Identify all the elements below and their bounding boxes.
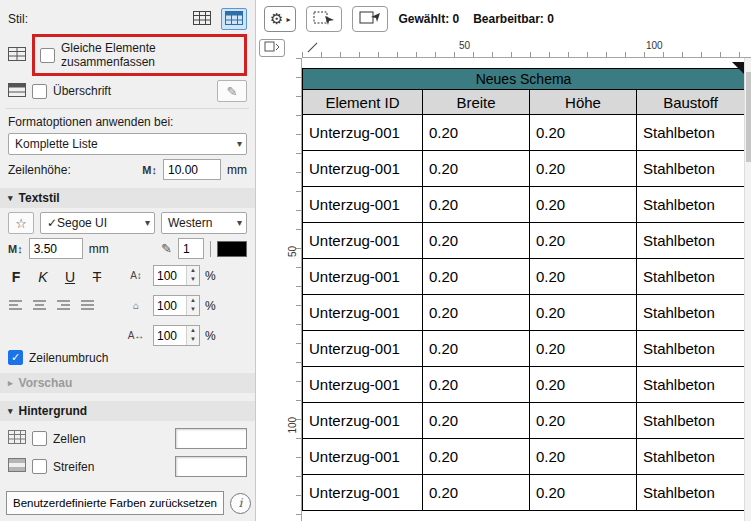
table-row[interactable]: Unterzug-0010.200.20Stahlbeton xyxy=(303,259,745,295)
table-row[interactable]: Unterzug-0010.200.20Stahlbeton xyxy=(303,295,745,331)
table-row[interactable]: Unterzug-0010.200.20Stahlbeton xyxy=(303,403,745,439)
table-cell[interactable]: 0.20 xyxy=(530,475,637,511)
column-header[interactable]: Höhe xyxy=(530,90,637,115)
table-cell[interactable]: Stahlbeton xyxy=(637,187,745,223)
spin-down-icon[interactable]: ▼ xyxy=(187,305,199,314)
underline-button[interactable]: U xyxy=(62,269,78,285)
table-cell[interactable]: Stahlbeton xyxy=(637,475,745,511)
spin-up-icon[interactable]: ▲ xyxy=(187,296,199,305)
section-background[interactable]: ▾ Hintergrund xyxy=(0,401,255,421)
font-script-select[interactable]: Western ▾ xyxy=(161,212,247,234)
table-cell[interactable]: 0.20 xyxy=(530,115,637,151)
cells-color-well[interactable] xyxy=(175,428,247,449)
vertical-ruler[interactable]: 50 100 xyxy=(286,58,302,521)
table-cell[interactable]: Stahlbeton xyxy=(637,331,745,367)
column-header[interactable]: Element ID xyxy=(303,90,423,115)
section-preview[interactable]: ▸ Vorschau xyxy=(0,373,255,393)
table-resize-handle[interactable] xyxy=(732,62,744,74)
table-cell[interactable]: 0.20 xyxy=(530,367,637,403)
strikethrough-button[interactable]: T xyxy=(89,269,105,285)
table-style-plain-button[interactable] xyxy=(189,8,215,30)
schema-table[interactable]: Neues Schema Element ID Breite Höhe Baus… xyxy=(302,68,745,511)
italic-button[interactable]: K xyxy=(35,269,51,285)
char-spacing-input[interactable] xyxy=(154,326,186,345)
table-cell[interactable]: Stahlbeton xyxy=(637,367,745,403)
table-row[interactable]: Unterzug-0010.200.20Stahlbeton xyxy=(303,367,745,403)
table-header-row[interactable]: Element ID Breite Höhe Baustoff xyxy=(303,90,745,115)
table-row[interactable]: Unterzug-0010.200.20Stahlbeton xyxy=(303,223,745,259)
edit-heading-button[interactable]: ✎ xyxy=(217,80,247,102)
table-cell[interactable]: 0.20 xyxy=(530,439,637,475)
bold-button[interactable]: F xyxy=(8,269,24,285)
spin-up-icon[interactable]: ▲ xyxy=(187,326,199,335)
table-cell[interactable]: Unterzug-001 xyxy=(303,367,423,403)
table-cell[interactable]: 0.20 xyxy=(423,223,530,259)
table-cell[interactable]: Unterzug-001 xyxy=(303,259,423,295)
table-title-row[interactable]: Neues Schema xyxy=(303,69,745,90)
font-size-input[interactable] xyxy=(29,238,83,259)
reset-custom-colors-button[interactable]: Benutzerdefinierte Farben zurücksetzen xyxy=(6,491,224,515)
column-header[interactable]: Baustoff xyxy=(637,90,745,115)
table-cell[interactable]: 0.20 xyxy=(423,403,530,439)
table-cell[interactable]: 0.20 xyxy=(423,331,530,367)
horizontal-ruler[interactable]: 50 100 xyxy=(302,38,751,58)
spin-down-icon[interactable]: ▼ xyxy=(187,335,199,344)
section-textstyle[interactable]: ▾ Textstil xyxy=(0,188,255,208)
table-cell[interactable]: Stahlbeton xyxy=(637,223,745,259)
table-cell[interactable]: Unterzug-001 xyxy=(303,115,423,151)
align-right-icon[interactable] xyxy=(56,297,71,313)
table-cell[interactable]: 0.20 xyxy=(423,187,530,223)
inject-parameters-button[interactable] xyxy=(352,6,388,32)
row-height-input[interactable] xyxy=(163,159,221,180)
table-cell[interactable]: 0.20 xyxy=(423,259,530,295)
table-cell[interactable]: 0.20 xyxy=(530,259,637,295)
table-cell[interactable]: Unterzug-001 xyxy=(303,403,423,439)
table-cell[interactable]: Unterzug-001 xyxy=(303,295,423,331)
font-family-select[interactable]: ✓Segoe UI ▾ xyxy=(40,212,155,234)
info-button[interactable]: i xyxy=(230,493,251,514)
align-center-icon[interactable] xyxy=(32,297,47,313)
table-cell[interactable]: Unterzug-001 xyxy=(303,187,423,223)
pen-number-input[interactable] xyxy=(178,238,204,259)
format-apply-select[interactable]: Komplette Liste ▾ xyxy=(8,133,247,155)
table-row[interactable]: Unterzug-0010.200.20Stahlbeton xyxy=(303,187,745,223)
table-cell[interactable]: 0.20 xyxy=(423,295,530,331)
table-cell[interactable]: 0.20 xyxy=(530,295,637,331)
table-cell[interactable]: 0.20 xyxy=(423,475,530,511)
stripes-color-well[interactable] xyxy=(175,456,247,477)
table-cell[interactable]: 0.20 xyxy=(530,223,637,259)
table-cell[interactable]: 0.20 xyxy=(423,151,530,187)
spin-down-icon[interactable]: ▼ xyxy=(187,275,199,284)
table-row[interactable]: Unterzug-0010.200.20Stahlbeton xyxy=(303,475,745,511)
table-row[interactable]: Unterzug-0010.200.20Stahlbeton xyxy=(303,151,745,187)
table-cell[interactable]: Unterzug-001 xyxy=(303,223,423,259)
table-cell[interactable]: 0.20 xyxy=(530,403,637,439)
table-cell[interactable]: Stahlbeton xyxy=(637,259,745,295)
table-cell[interactable]: Unterzug-001 xyxy=(303,439,423,475)
table-cell[interactable]: 0.20 xyxy=(423,367,530,403)
table-cell[interactable]: Stahlbeton xyxy=(637,115,745,151)
favorite-style-button[interactable]: ☆ xyxy=(8,212,34,234)
table-cell[interactable]: Unterzug-001 xyxy=(303,475,423,511)
table-cell[interactable]: 0.20 xyxy=(530,331,637,367)
table-cell[interactable]: Unterzug-001 xyxy=(303,331,423,367)
table-cell[interactable]: Stahlbeton xyxy=(637,295,745,331)
table-row[interactable]: Unterzug-0010.200.20Stahlbeton xyxy=(303,331,745,367)
wrap-checkbox[interactable]: ✓ xyxy=(8,350,23,365)
spin-up-icon[interactable]: ▲ xyxy=(187,266,199,275)
table-row[interactable]: Unterzug-0010.200.20Stahlbeton xyxy=(303,115,745,151)
vertical-scrollbar[interactable] xyxy=(744,58,751,521)
table-row[interactable]: Unterzug-0010.200.20Stahlbeton xyxy=(303,439,745,475)
table-title[interactable]: Neues Schema xyxy=(303,69,745,90)
font-color-swatch[interactable] xyxy=(217,241,247,257)
align-justify-icon[interactable] xyxy=(80,297,95,313)
schema-canvas[interactable]: Neues Schema Element ID Breite Höhe Baus… xyxy=(302,58,751,521)
scrollbar-thumb[interactable] xyxy=(746,72,751,162)
table-cell[interactable]: Stahlbeton xyxy=(637,151,745,187)
cells-checkbox[interactable] xyxy=(32,431,47,446)
table-cell[interactable]: Stahlbeton xyxy=(637,439,745,475)
column-header[interactable]: Breite xyxy=(423,90,530,115)
table-cell[interactable]: 0.20 xyxy=(423,439,530,475)
table-cell[interactable]: 0.20 xyxy=(530,151,637,187)
line-spacing-input[interactable] xyxy=(154,266,186,285)
